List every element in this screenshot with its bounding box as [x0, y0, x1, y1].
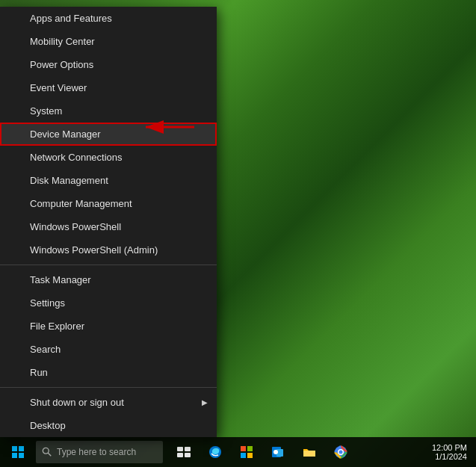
menu-item-mobility-center[interactable]: Mobility Center [0, 30, 217, 53]
context-menu: Apps and Features Mobility Center Power … [0, 7, 217, 437]
svg-rect-13 [241, 446, 246, 451]
menu-item-event-viewer[interactable]: Event Viewer [0, 76, 217, 99]
svg-rect-15 [241, 453, 246, 458]
svg-rect-14 [247, 446, 253, 451]
svg-rect-10 [177, 453, 183, 457]
menu-item-file-explorer[interactable]: File Explorer [0, 315, 217, 338]
svg-line-7 [48, 453, 51, 456]
task-view-icon [176, 445, 191, 460]
taskbar-store[interactable] [232, 437, 262, 467]
outlook-icon [271, 445, 285, 460]
search-placeholder: Type here to search [57, 447, 136, 457]
edge-icon [208, 445, 223, 460]
store-icon [239, 445, 254, 460]
svg-rect-3 [19, 446, 24, 451]
menu-item-desktop[interactable]: Desktop [0, 414, 217, 437]
svg-rect-5 [19, 453, 24, 458]
taskbar-right: 12:00 PM 1/1/2024 [432, 443, 473, 461]
menu-item-search[interactable]: Search [0, 338, 217, 361]
svg-point-23 [339, 451, 343, 454]
windows-icon [12, 446, 24, 458]
menu-item-disk-management[interactable]: Disk Management [0, 169, 217, 192]
taskbar-outlook[interactable] [263, 437, 293, 467]
menu-item-windows-powershell-admin[interactable]: Windows PowerShell (Admin) [0, 238, 217, 262]
svg-rect-20 [303, 451, 315, 457]
taskbar-edge[interactable] [200, 437, 230, 467]
svg-rect-16 [247, 453, 253, 458]
taskbar: Type here to search [0, 437, 476, 467]
file-explorer-icon [302, 445, 317, 460]
svg-rect-4 [12, 453, 17, 458]
svg-point-6 [43, 448, 49, 454]
taskbar-search[interactable]: Type here to search [36, 441, 163, 463]
menu-divider-2 [0, 387, 217, 388]
taskbar-time: 12:00 PM 1/1/2024 [432, 443, 467, 461]
taskbar-chrome[interactable] [326, 437, 356, 467]
menu-item-network-connections[interactable]: Network Connections [0, 146, 217, 169]
taskbar-icons [169, 437, 356, 467]
menu-item-system[interactable]: System [0, 99, 217, 123]
menu-item-computer-management[interactable]: Computer Management [0, 192, 217, 215]
menu-item-task-manager[interactable]: Task Manager [0, 268, 217, 291]
taskbar-file-explorer[interactable] [294, 437, 324, 467]
menu-item-run[interactable]: Run [0, 361, 217, 384]
svg-rect-9 [185, 447, 191, 451]
start-button[interactable] [3, 437, 33, 467]
menu-item-device-manager[interactable]: Device Manager [0, 123, 217, 146]
menu-item-power-options[interactable]: Power Options [0, 53, 217, 76]
menu-item-settings[interactable]: Settings [0, 291, 217, 315]
svg-point-19 [273, 450, 278, 454]
taskbar-task-view[interactable] [169, 437, 199, 467]
menu-item-windows-powershell[interactable]: Windows PowerShell [0, 215, 217, 238]
menu-item-apps-features[interactable]: Apps and Features [0, 7, 217, 30]
menu-item-shutdown-signout[interactable]: Shut down or sign out [0, 391, 217, 414]
svg-rect-11 [185, 453, 191, 457]
svg-rect-8 [177, 447, 183, 451]
svg-rect-2 [12, 446, 17, 451]
chrome-icon [333, 445, 348, 460]
menu-divider-1 [0, 265, 217, 265]
search-icon [42, 447, 52, 457]
